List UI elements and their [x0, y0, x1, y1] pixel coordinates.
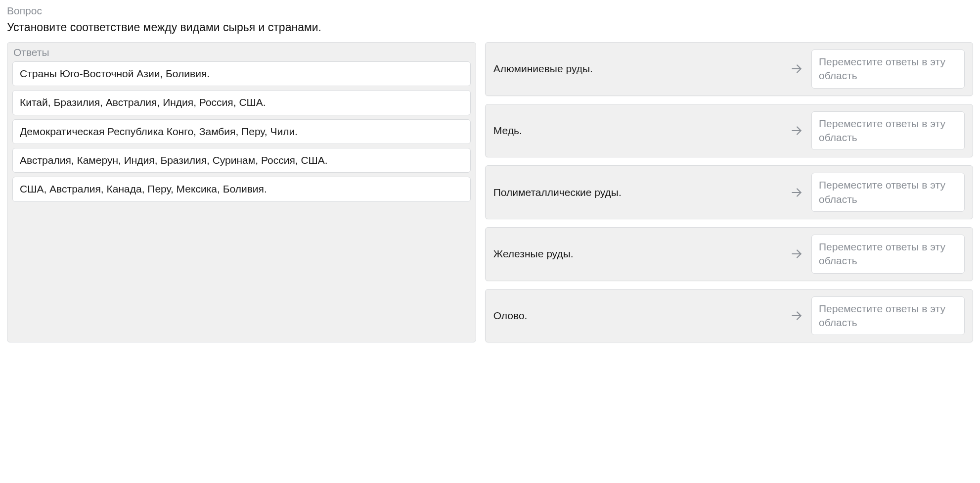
matching-layout: Ответы Страны Юго-Восточной Азии, Боливи… [7, 42, 973, 342]
answers-section-label: Ответы [12, 47, 471, 58]
answer-option[interactable]: США, Австралия, Канада, Перу, Мексика, Б… [12, 177, 471, 201]
target-row: Олово. Переместите ответы в эту область [485, 289, 973, 343]
arrow-right-icon [790, 309, 803, 323]
question-section-label: Вопрос [7, 5, 973, 17]
target-row: Полиметаллические руды. Переместите отве… [485, 165, 973, 219]
answer-option[interactable]: Австралия, Камерун, Индия, Бразилия, Сур… [12, 148, 471, 173]
target-row: Медь. Переместите ответы в эту область [485, 104, 973, 158]
arrow-right-icon [790, 124, 803, 138]
drop-zone[interactable]: Переместите ответы в эту область [811, 235, 965, 274]
answers-panel: Ответы Страны Юго-Восточной Азии, Боливи… [7, 42, 476, 342]
drop-zone[interactable]: Переместите ответы в эту область [811, 111, 965, 150]
target-row: Железные руды. Переместите ответы в эту … [485, 227, 973, 281]
answer-option[interactable]: Страны Юго-Восточной Азии, Боливия. [12, 61, 471, 86]
target-row: Алюминиевые руды. Переместите ответы в э… [485, 42, 973, 96]
target-label: Алюминиевые руды. [493, 62, 782, 76]
drop-zone[interactable]: Переместите ответы в эту область [811, 173, 965, 212]
answer-option[interactable]: Демократическая Республика Конго, Замбия… [12, 119, 471, 144]
target-label: Олово. [493, 309, 782, 323]
question-text: Установите соответствие между видами сыр… [7, 20, 973, 35]
drop-zone[interactable]: Переместите ответы в эту область [811, 296, 965, 336]
target-label: Железные руды. [493, 247, 782, 261]
arrow-right-icon [790, 247, 803, 261]
targets-panel: Алюминиевые руды. Переместите ответы в э… [485, 42, 973, 342]
answer-option[interactable]: Китай, Бразилия, Австралия, Индия, Росси… [12, 90, 471, 115]
drop-zone[interactable]: Переместите ответы в эту область [811, 49, 965, 89]
arrow-right-icon [790, 186, 803, 199]
arrow-right-icon [790, 62, 803, 76]
target-label: Полиметаллические руды. [493, 186, 782, 199]
target-label: Медь. [493, 124, 782, 138]
